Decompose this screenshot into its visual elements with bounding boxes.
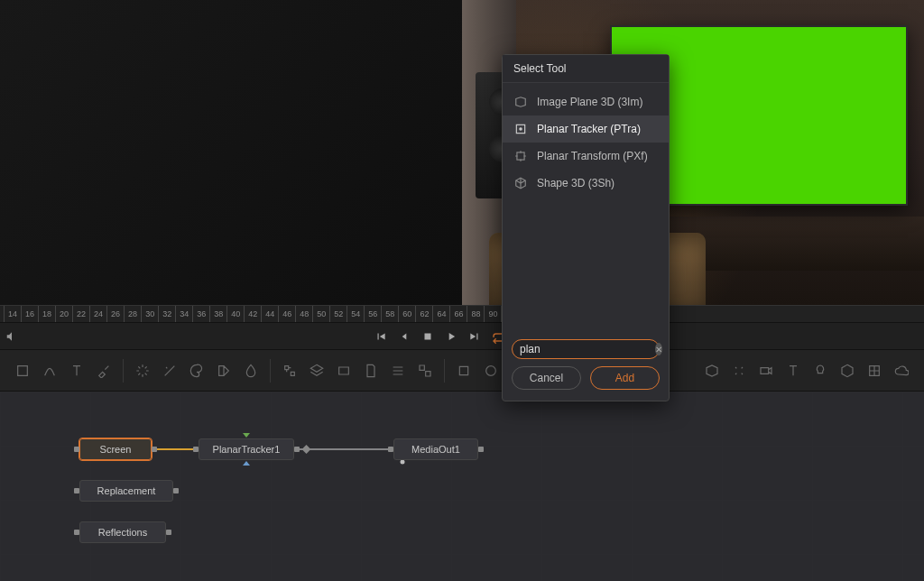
node-label: Replacement	[97, 485, 156, 496]
go-start-button[interactable]	[374, 330, 387, 343]
node-screen[interactable]: Screen	[79, 438, 152, 460]
text-3d-icon[interactable]	[781, 359, 805, 383]
tool-item-label: Image Plane 3D (3Im)	[537, 96, 642, 108]
node-planar-tracker[interactable]: PlanarTracker1	[199, 438, 294, 460]
ruler-tick[interactable]: 20	[55, 306, 72, 322]
camera-3d-icon[interactable]	[754, 359, 778, 383]
node-port-out[interactable]	[173, 488, 179, 493]
mask-oval-icon[interactable]	[479, 359, 503, 383]
ruler-tick[interactable]: 34	[175, 306, 192, 322]
layers-icon[interactable]	[305, 359, 328, 383]
svg-point-1	[401, 460, 405, 465]
node-port-out[interactable]	[478, 447, 484, 452]
audio-icon[interactable]	[5, 330, 18, 346]
ruler-tick[interactable]: 32	[158, 306, 175, 322]
stop-button[interactable]	[421, 330, 434, 343]
group-icon[interactable]	[413, 359, 437, 383]
ruler-tick[interactable]: 62	[415, 306, 432, 322]
node-input-top[interactable]	[243, 433, 250, 438]
tool-search[interactable]: ✕	[512, 339, 660, 359]
rect-icon[interactable]	[332, 359, 356, 383]
timeline-ruler[interactable]: 1416182022242628303234363840424446485052…	[0, 305, 924, 323]
3d-scene-icon[interactable]	[700, 359, 724, 383]
ruler-tick[interactable]: 24	[89, 306, 106, 322]
planar-tracker-icon	[513, 122, 528, 136]
ruler-tick[interactable]: 22	[72, 306, 89, 322]
node-port-in[interactable]	[388, 447, 393, 452]
tool-item-planar-transform[interactable]: Planar Transform (PXf)	[503, 143, 669, 170]
light-icon[interactable]	[808, 359, 832, 383]
toolbar-separator	[123, 359, 124, 383]
node-input-bottom[interactable]	[243, 461, 250, 466]
node-port-out[interactable]	[152, 447, 157, 452]
select-tool-icon[interactable]	[11, 359, 34, 383]
go-end-button[interactable]	[468, 330, 481, 343]
droplet-icon[interactable]	[239, 359, 263, 383]
ruler-tick[interactable]: 90	[484, 306, 501, 322]
node-port-out[interactable]	[294, 447, 300, 452]
sparkle-icon[interactable]	[131, 359, 154, 383]
ruler-tick[interactable]: 46	[278, 306, 295, 322]
ruler-tick[interactable]: 60	[398, 306, 415, 322]
tool-list: Image Plane 3D (3Im) Planar Tracker (PTr…	[503, 83, 669, 336]
wand-icon[interactable]	[158, 359, 181, 383]
ruler-tick[interactable]: 14	[4, 306, 21, 322]
ruler-tick[interactable]: 64	[432, 306, 449, 322]
brush-tool-icon[interactable]	[92, 359, 116, 383]
ruler-tick[interactable]: 48	[295, 306, 312, 322]
node-replacement[interactable]: Replacement	[79, 480, 173, 502]
play-button[interactable]	[445, 330, 457, 343]
transform-icon[interactable]	[278, 359, 301, 383]
curve-tool-icon[interactable]	[38, 359, 61, 383]
text-tool-icon[interactable]	[65, 359, 88, 383]
stack-icon[interactable]	[386, 359, 410, 383]
shape-3d-icon[interactable]	[836, 359, 859, 383]
keyframe-icon[interactable]	[302, 445, 311, 454]
node-port-in[interactable]	[74, 530, 79, 535]
swatch-icon[interactable]	[212, 359, 236, 383]
node-label: Screen	[100, 444, 132, 455]
cancel-button[interactable]: Cancel	[512, 366, 581, 390]
clear-search-icon[interactable]: ✕	[655, 343, 662, 355]
tool-search-input[interactable]	[520, 343, 655, 355]
ruler-tick[interactable]: 50	[312, 306, 329, 322]
transport-bar	[0, 323, 924, 350]
ruler-tick[interactable]: 52	[329, 306, 346, 322]
ruler-tick[interactable]: 38	[209, 306, 226, 322]
page-icon[interactable]	[359, 359, 383, 383]
ruler-tick[interactable]: 54	[346, 306, 364, 322]
particles-icon[interactable]	[727, 359, 751, 383]
ruler-tick[interactable]: 26	[106, 306, 124, 322]
ruler-tick[interactable]: 56	[364, 306, 381, 322]
viewer-left[interactable]	[0, 0, 462, 305]
ruler-tick[interactable]: 88	[467, 306, 484, 322]
ruler-tick[interactable]: 40	[226, 306, 244, 322]
tool-item-label: Shape 3D (3Sh)	[537, 177, 614, 189]
ruler-tick[interactable]: 16	[21, 306, 38, 322]
node-media-out[interactable]: MediaOut1	[393, 438, 478, 460]
dialog-title: Select Tool	[503, 55, 669, 83]
node-port-in[interactable]	[74, 447, 79, 452]
mask-rect-icon[interactable]	[452, 359, 476, 383]
step-back-button[interactable]	[398, 330, 411, 343]
node-port-in[interactable]	[193, 447, 199, 452]
node-graph[interactable]: Screen PlanarTracker1 MediaOut1 Replacem…	[0, 392, 924, 581]
cloud-icon[interactable]	[890, 359, 913, 383]
node-reflections[interactable]: Reflections	[79, 521, 166, 543]
ruler-tick[interactable]: 66	[449, 306, 467, 322]
ruler-tick[interactable]: 42	[244, 306, 261, 322]
ruler-tick[interactable]: 44	[261, 306, 278, 322]
node-port-in[interactable]	[74, 488, 79, 493]
ruler-tick[interactable]: 30	[141, 306, 158, 322]
ruler-tick[interactable]: 18	[38, 306, 55, 322]
tool-item-planar-tracker[interactable]: Planar Tracker (PTra)	[503, 115, 669, 143]
ruler-tick[interactable]: 28	[124, 306, 141, 322]
node-port-out[interactable]	[166, 530, 171, 535]
ruler-tick[interactable]: 58	[381, 306, 398, 322]
color-icon[interactable]	[185, 359, 208, 383]
mesh-icon[interactable]	[863, 359, 886, 383]
add-button[interactable]: Add	[590, 366, 660, 390]
tool-item-shape-3d[interactable]: Shape 3D (3Sh)	[503, 170, 669, 197]
tool-item-image-plane-3d[interactable]: Image Plane 3D (3Im)	[503, 88, 669, 115]
ruler-tick[interactable]: 36	[192, 306, 209, 322]
